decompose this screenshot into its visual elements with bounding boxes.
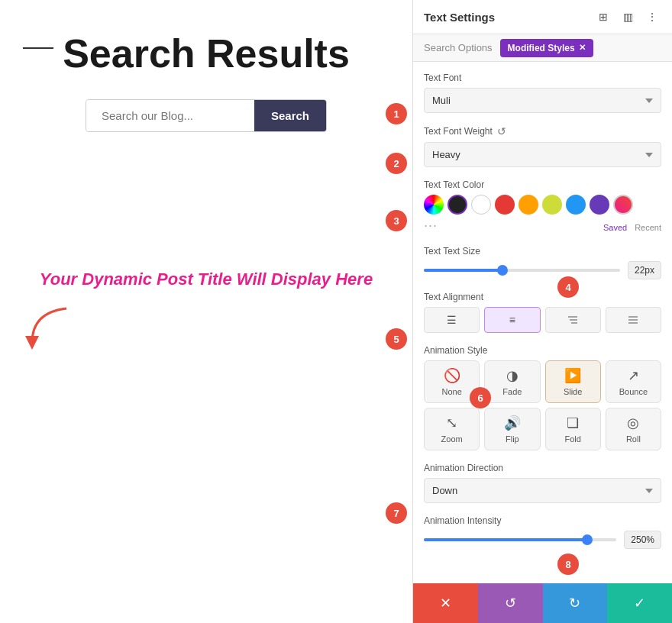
text-weight-select[interactable]: Heavy: [424, 142, 661, 167]
anim-direction-group: Animation Direction Down: [424, 463, 661, 503]
text-size-slider-row: 22px: [424, 261, 661, 279]
step-6: 6: [470, 387, 491, 408]
anim-intensity-track[interactable]: [424, 538, 616, 541]
anim-roll-label: Roll: [626, 434, 641, 444]
anim-flip-icon: 🔊: [504, 415, 521, 431]
search-input[interactable]: [86, 100, 254, 131]
dynamic-title: Your Dynamic Post Title Will Display Her…: [40, 270, 373, 289]
text-font-label: Text Font: [424, 73, 661, 83]
anim-direction-label: Animation Direction: [424, 463, 661, 473]
text-weight-group: Text Font Weight ↺ Heavy: [424, 125, 661, 167]
columns-icon[interactable]: ▥: [619, 8, 637, 26]
intensity-thumb[interactable]: [582, 534, 593, 545]
text-size-group: Text Text Size 22px: [424, 246, 661, 279]
decorative-line: [23, 47, 53, 49]
text-font-group: Text Font Muli: [424, 73, 661, 113]
swatch-white[interactable]: [471, 195, 491, 215]
anim-slide-label: Slide: [564, 387, 582, 396]
close-modified-tab[interactable]: ✕: [579, 43, 586, 53]
text-align-group: Text Alignment ☰ ≡: [424, 292, 661, 333]
anim-fade-icon: ◑: [506, 367, 519, 384]
settings-panel: Text Settings ⊞ ▥ ⋮ Search Options Modif…: [412, 0, 672, 623]
undo-button[interactable]: ↺: [478, 583, 543, 623]
resize-icon[interactable]: ⊞: [594, 8, 612, 26]
text-color-label: Text Text Color: [424, 179, 661, 190]
intensity-fill: [424, 538, 587, 541]
swatch-red[interactable]: [495, 195, 515, 215]
saved-link[interactable]: Saved: [603, 223, 627, 232]
anim-flip-label: Flip: [506, 434, 519, 444]
animation-grid: 🚫 None ◑ Fade ▶️ Slide ↗ Bounce ⤡ Zoo: [424, 360, 661, 450]
anim-zoom-icon: ⤡: [446, 415, 457, 431]
anim-style-label: Animation Style: [424, 345, 661, 356]
anim-flip[interactable]: 🔊 Flip: [484, 408, 540, 450]
anim-fold[interactable]: ❏ Fold: [545, 408, 601, 450]
align-buttons: ☰ ≡: [424, 307, 661, 333]
main-content: Search Results Search Your Dynamic Post …: [0, 0, 412, 623]
page-title: Search Results: [47, 31, 365, 76]
anim-style-group: Animation Style 🚫 None ◑ Fade ▶️ Slide ↗…: [424, 345, 661, 450]
align-right[interactable]: [545, 307, 601, 333]
more-dots[interactable]: ···: [424, 218, 438, 234]
saved-recent: Saved Recent: [441, 223, 661, 232]
slider-thumb[interactable]: [497, 265, 508, 276]
text-size-track[interactable]: [424, 269, 620, 272]
anim-none-label: None: [441, 387, 461, 396]
step-1: 1: [386, 103, 407, 124]
arrow-indicator: [17, 297, 78, 361]
swatch-orange[interactable]: [519, 195, 538, 215]
search-button[interactable]: Search: [254, 100, 326, 131]
swatch-purple[interactable]: [590, 195, 609, 215]
slider-fill: [424, 269, 502, 272]
anim-roll-icon: ◎: [627, 415, 639, 431]
panel-tabs: Search Options Modified Styles ✕: [413, 34, 672, 62]
text-align-label: Text Alignment: [424, 292, 661, 302]
tab-modified-styles[interactable]: Modified Styles ✕: [500, 39, 593, 57]
cancel-button[interactable]: ✕: [413, 583, 478, 623]
align-justify[interactable]: [606, 307, 661, 333]
panel-title: Text Settings: [424, 11, 495, 24]
anim-fold-label: Fold: [564, 434, 580, 444]
more-icon[interactable]: ⋮: [643, 8, 661, 26]
text-size-label: Text Text Size: [424, 246, 661, 257]
anim-intensity-group: Animation Intensity 250%: [424, 515, 661, 549]
step-2: 2: [386, 153, 407, 174]
anim-bounce-icon: ↗: [628, 367, 639, 384]
panel-footer: ✕ ↺ ↻ ✓: [413, 583, 672, 623]
anim-fade[interactable]: ◑ Fade: [484, 360, 540, 403]
align-left[interactable]: ☰: [424, 307, 480, 333]
anim-zoom-label: Zoom: [441, 434, 463, 444]
anim-fold-icon: ❏: [567, 415, 579, 431]
anim-bounce[interactable]: ↗ Bounce: [606, 360, 661, 403]
step-8: 8: [557, 554, 579, 575]
panel-icons: ⊞ ▥ ⋮: [594, 8, 661, 26]
anim-bounce-label: Bounce: [619, 387, 648, 396]
swatch-gradient[interactable]: [613, 195, 633, 215]
anim-direction-select[interactable]: Down: [424, 478, 661, 503]
anim-none-icon: 🚫: [444, 367, 460, 384]
panel-body: Text Font Muli Text Font Weight ↺ Heavy …: [413, 62, 672, 583]
swatch-blue[interactable]: [566, 195, 586, 215]
text-color-group: Text Text Color ··· Saved Recent: [424, 179, 661, 234]
anim-slide[interactable]: ▶️ Slide: [545, 360, 601, 403]
swatch-yellow[interactable]: [542, 195, 562, 215]
panel-header: Text Settings ⊞ ▥ ⋮: [413, 0, 672, 34]
text-font-select[interactable]: Muli: [424, 88, 661, 113]
tab-search-options[interactable]: Search Options: [424, 34, 493, 61]
recent-link[interactable]: Recent: [635, 223, 661, 232]
align-center[interactable]: ≡: [484, 307, 540, 333]
color-swatches: [424, 195, 661, 215]
swatch-black[interactable]: [447, 195, 467, 215]
weight-reset-icon[interactable]: ↺: [497, 125, 506, 137]
text-size-value: 22px: [628, 261, 661, 279]
step-5: 5: [386, 328, 407, 350]
text-weight-label: Text Font Weight ↺: [424, 125, 661, 137]
anim-fade-label: Fade: [502, 387, 522, 396]
anim-zoom[interactable]: ⤡ Zoom: [424, 408, 480, 450]
step-3: 3: [386, 210, 407, 231]
anim-roll[interactable]: ◎ Roll: [606, 408, 661, 450]
color-picker[interactable]: [424, 195, 444, 215]
save-button[interactable]: ✓: [607, 583, 672, 623]
redo-button[interactable]: ↻: [543, 583, 608, 623]
anim-slide-icon: ▶️: [564, 367, 581, 384]
